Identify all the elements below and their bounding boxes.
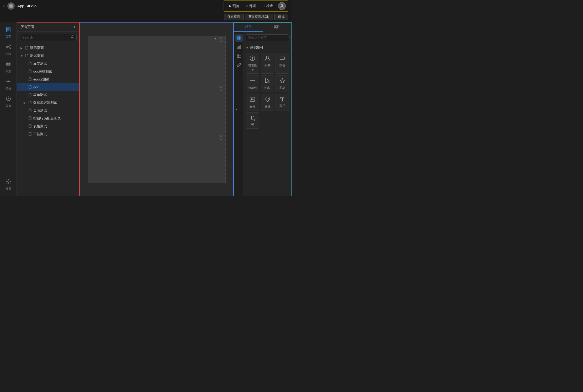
- chart-view-button[interactable]: [235, 43, 243, 51]
- search-icon: [71, 35, 74, 40]
- tree-item-test[interactable]: ▼ 测试页面: [17, 52, 79, 60]
- svg-point-4: [281, 4, 283, 6]
- back-button[interactable]: ‹: [3, 3, 5, 9]
- grid-view-button[interactable]: [235, 34, 243, 42]
- tree-item-input2[interactable]: input2测试: [17, 75, 79, 83]
- help-label: Help: [264, 86, 271, 89]
- panel-title: 所有页面: [20, 25, 34, 29]
- tree-item-label: 测试页面: [30, 53, 44, 58]
- search-input[interactable]: [22, 35, 69, 39]
- tree-label: 树: [251, 122, 254, 126]
- preview-button[interactable]: ▶ 预览: [226, 3, 242, 9]
- comp-item-alert[interactable]: 警告提示: [246, 53, 259, 74]
- right-icons-col: [234, 32, 244, 196]
- tree-container: ▶ 演示页面 ▼ 测试页面: [17, 43, 79, 196]
- tree-item-dropdown-test[interactable]: 下拉测试: [17, 130, 79, 138]
- sidebar-item-logic[interactable]: 逻辑: [0, 76, 17, 93]
- preview-toolbar-button[interactable]: 预 览: [274, 14, 288, 20]
- sidebar-item-page[interactable]: 页面: [0, 24, 17, 41]
- svg-rect-3: [11, 6, 13, 8]
- help-icon-1[interactable]: ?: [219, 37, 223, 42]
- file-icon: [28, 116, 32, 121]
- tab-component[interactable]: 组件: [234, 23, 263, 32]
- image-label: 图片: [250, 105, 255, 108]
- comp-item-tree[interactable]: TT 树: [246, 112, 259, 129]
- sidebar-item-settings[interactable]: 设置: [0, 176, 17, 193]
- svg-rect-6: [6, 46, 8, 47]
- nav-label: 导航: [6, 104, 11, 108]
- svg-point-25: [266, 56, 268, 58]
- top-bar-actions: ▶ 预览 ◁ 部署 ⊡ 检查: [224, 1, 288, 12]
- file-icon: [28, 124, 32, 129]
- svg-rect-26: [280, 57, 285, 59]
- get-json-button[interactable]: 获取页面JSON: [245, 14, 273, 20]
- icon-comp-icon: [279, 78, 285, 85]
- tree-item-table-test[interactable]: 表格测试: [17, 122, 79, 130]
- tree-item-gcx-table[interactable]: gcx表格测试: [17, 68, 79, 75]
- svg-rect-0: [9, 4, 11, 6]
- top-bar: ‹ App Studio ▶ 预览 ◁ 部署 ⊡ 检查: [0, 0, 292, 12]
- tree-item-page-test[interactable]: 页面测试: [17, 107, 79, 115]
- canvas-row-3: ?: [88, 134, 225, 183]
- component-search-input[interactable]: [248, 36, 288, 40]
- help-icon-3[interactable]: ?: [219, 135, 223, 140]
- tree-item-demo[interactable]: ▶ 演示页面: [17, 44, 79, 52]
- file-icon: [28, 62, 32, 66]
- tree-item-gcx[interactable]: gcx: [17, 83, 79, 91]
- sidebar-item-flow[interactable]: 流程: [0, 41, 17, 59]
- sidebar-item-model[interactable]: 模型: [0, 59, 17, 76]
- svg-rect-8: [9, 48, 10, 49]
- svg-rect-19: [239, 46, 239, 49]
- svg-rect-1: [11, 4, 13, 6]
- inspect-button[interactable]: ⊡ 检查: [260, 3, 276, 9]
- save-page-button[interactable]: 保存页面: [224, 14, 244, 20]
- sidebar-item-nav[interactable]: 导航: [0, 93, 17, 111]
- nav-icon: [6, 96, 11, 103]
- flow-label: 流程: [6, 52, 11, 56]
- expand-icon: ▶: [24, 101, 27, 104]
- tree-item-form-test[interactable]: 表单测试: [17, 91, 79, 99]
- comp-item-image[interactable]: 图片: [246, 94, 259, 111]
- canvas-inner: ▾ ? ? ?: [88, 36, 226, 183]
- comp-item-button[interactable]: 按钮: [276, 53, 289, 74]
- deploy-button[interactable]: ◁ 部署: [243, 3, 259, 9]
- comp-item-avatar[interactable]: 头像: [261, 53, 274, 74]
- component-search: [246, 34, 289, 41]
- comp-item-divider[interactable]: 分割线: [246, 75, 259, 92]
- section-toggle-icon: ▼: [246, 46, 249, 49]
- add-page-button[interactable]: +: [73, 25, 76, 29]
- logic-icon: [6, 79, 11, 86]
- tab-property[interactable]: 属性: [263, 23, 291, 32]
- section-header-basic[interactable]: ▼ 基础组件: [246, 44, 289, 51]
- canvas-expand-icon[interactable]: ›: [236, 107, 237, 112]
- tree-item-datasource[interactable]: ▶ 数据源容器测试: [17, 99, 79, 107]
- user-avatar[interactable]: [278, 2, 286, 10]
- edit-view-button[interactable]: [235, 61, 243, 68]
- file-icon: [25, 46, 29, 50]
- svg-point-11: [8, 98, 9, 99]
- play-icon: ▶: [229, 4, 231, 8]
- comp-item-text[interactable]: T 文本: [276, 94, 289, 111]
- help-icon-2[interactable]: ?: [219, 86, 223, 91]
- file-icon: [28, 108, 32, 113]
- component-section-basic: ▼ 基础组件: [244, 43, 291, 131]
- comp-item-help[interactable]: Help: [261, 75, 274, 92]
- page-panel: 所有页面 + ▶ 演示页面: [17, 22, 80, 196]
- table-view-button[interactable]: [235, 52, 243, 59]
- tree-item-label: input2测试: [33, 77, 49, 82]
- svg-point-9: [7, 62, 10, 64]
- tree-item-tag-test[interactable]: 标签测试: [17, 60, 79, 68]
- svg-point-12: [8, 181, 9, 182]
- tree-icon: TT: [250, 115, 255, 121]
- app-logo: [7, 2, 15, 10]
- file-icon: [28, 69, 32, 74]
- canvas-dropdown[interactable]: ▾: [214, 37, 216, 41]
- comp-item-tag[interactable]: 标签: [261, 94, 274, 111]
- top-bar-left: ‹ App Studio: [3, 2, 36, 10]
- app-title: App Studio: [17, 4, 36, 8]
- tree-item-label: 下拉测试: [33, 132, 47, 137]
- avatar-icon: [264, 55, 271, 62]
- main-layout: 页面 流程 模型: [0, 22, 292, 196]
- comp-item-icon-comp[interactable]: 图标: [276, 75, 289, 92]
- tree-item-btn-behavior[interactable]: 按钮行为配置测试: [17, 115, 79, 122]
